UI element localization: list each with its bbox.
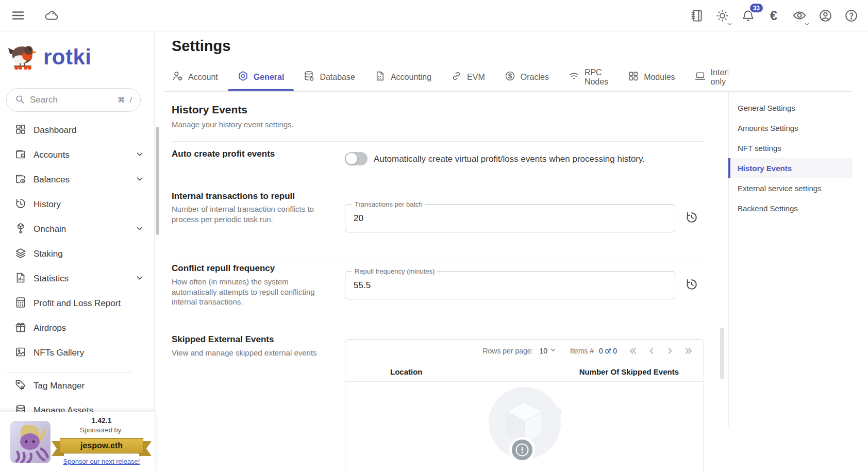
sidebar-item-label: Airdrops [34, 323, 66, 333]
sidebar-item-history[interactable]: History [0, 192, 155, 217]
sponsor-ribbon: jespow.eth [60, 438, 143, 453]
sync-cloud-button[interactable] [41, 6, 61, 25]
account-menu-button[interactable] [815, 6, 835, 25]
conflict-freq-label: Conflict repull frequency [172, 263, 275, 274]
rows-per-page-select[interactable]: 10 [538, 344, 558, 357]
notification-count-badge: 33 [749, 3, 764, 13]
sidebar-nav: Dashboard Accounts Balances History Onch… [0, 118, 155, 365]
transactions-per-batch-field: Transactions per batch [345, 204, 675, 232]
sidebar-item-tag-manager[interactable]: Tag Manager [0, 374, 155, 398]
sidebar-item-label: Balances [34, 175, 70, 185]
chevron-down-icon [135, 224, 144, 235]
brand-name: rotki [43, 45, 92, 70]
sponsor-name: jespow.eth [80, 441, 123, 450]
search-input[interactable] [30, 95, 112, 105]
main-content: Settings Account General Database Accoun… [155, 31, 728, 472]
sidebar-item-label: NFTs Gallery [34, 348, 84, 358]
wallet-coin-icon [14, 173, 27, 187]
first-page-button[interactable] [626, 344, 640, 358]
settings-nav-amounts[interactable]: Amounts Settings [729, 118, 853, 138]
notifications-button[interactable]: 33 [738, 6, 758, 25]
tab-label: Database [320, 73, 355, 82]
sidebar-item-label: Dashboard [34, 125, 76, 136]
skipped-events-desc: View and manage skipped external events [172, 348, 326, 358]
tab-label: EVM [467, 73, 485, 82]
sponsor-link[interactable]: Sponsor our next release! [54, 458, 149, 465]
sidebar-item-pnl-report[interactable]: Profit and Loss Report [0, 291, 155, 316]
settings-tabs: Account General Database Accounting EVM … [162, 63, 728, 91]
section-title: History Events [172, 104, 247, 116]
tag-icon [14, 379, 27, 393]
privacy-mode-button[interactable] [790, 6, 809, 25]
sidebar-item-statistics[interactable]: Statistics [0, 266, 155, 291]
reset-transactions-per-batch-button[interactable] [684, 210, 699, 226]
repull-frequency-input[interactable] [345, 272, 675, 299]
sidebar-item-label: Statistics [34, 274, 69, 284]
sidebar-scrollbar-thumb[interactable] [156, 127, 159, 235]
last-page-button[interactable] [682, 344, 695, 358]
previous-page-button[interactable] [645, 344, 658, 358]
tab-label: Interface-only [711, 68, 728, 87]
theme-button[interactable] [712, 6, 732, 25]
chevron-down-icon [135, 174, 144, 186]
internal-tx-label: Internal transactions to repull [172, 191, 295, 201]
wallet-icon [14, 148, 27, 162]
chevron-down-icon [135, 273, 144, 284]
tab-oracles[interactable]: Oracles [495, 63, 559, 91]
empty-box-icon [482, 382, 567, 472]
sidebar-item-nfts-gallery[interactable]: NFTs Gallery [0, 341, 155, 365]
transactions-per-batch-input[interactable] [345, 205, 675, 232]
tab-rpc-nodes[interactable]: RPC Nodes [559, 63, 618, 91]
document-icon [375, 71, 386, 83]
repull-frequency-field: Repull frequency (minutes) [345, 271, 675, 299]
tab-evm[interactable]: EVM [441, 63, 495, 91]
top-bar: 33 € [0, 0, 868, 31]
column-header-location[interactable]: Location [390, 367, 423, 376]
settings-nav-backend[interactable]: Backend Settings [729, 198, 853, 218]
settings-nav-external-services[interactable]: External service settings [729, 178, 853, 198]
tab-modules[interactable]: Modules [618, 63, 685, 91]
tab-general[interactable]: General [228, 63, 294, 91]
sidebar-item-label: Profit and Loss Report [34, 298, 121, 309]
search-input-container[interactable]: ⌘/ [6, 88, 141, 112]
divider [172, 258, 704, 258]
reset-repull-frequency-button[interactable] [684, 277, 699, 293]
settings-nav-general[interactable]: General Settings [729, 98, 853, 118]
history-clock-icon [14, 197, 27, 212]
settings-nav-history-events[interactable]: History Events [729, 158, 853, 178]
divider [172, 141, 704, 142]
user-circle-icon [819, 9, 832, 23]
tab-accounting[interactable]: Accounting [365, 63, 441, 91]
tab-interface-only[interactable]: Interface-only [685, 63, 728, 91]
settings-section-nav: General Settings Amounts Settings NFT se… [728, 92, 853, 426]
notes-button[interactable] [687, 6, 706, 25]
sidebar-item-onchain[interactable]: Onchain [0, 217, 155, 242]
sidebar-item-airdrops[interactable]: Airdrops [0, 316, 155, 341]
gear-icon [238, 71, 248, 83]
main-scrollbar-thumb[interactable] [720, 328, 724, 379]
modules-grid-icon [628, 71, 639, 83]
sponsor-image[interactable] [10, 421, 51, 463]
sidebar-item-accounts[interactable]: Accounts [0, 143, 155, 167]
skipped-events-table-card: Rows per page: 10 Items # 0 of 0 Locatio… [345, 339, 704, 472]
euro-currency-icon: € [770, 8, 777, 23]
next-page-button[interactable] [663, 344, 677, 358]
page-title: Settings [172, 38, 230, 55]
help-button[interactable] [841, 6, 861, 25]
tab-database[interactable]: Database [294, 63, 365, 91]
sidebar-item-staking[interactable]: Staking [0, 242, 155, 266]
auto-create-hint: Automatically create virtual profit/loss… [374, 154, 645, 164]
app-version: 1.42.1 [54, 416, 149, 425]
column-header-skipped-count[interactable]: Number Of Skipped Events [579, 367, 679, 376]
chevron-down-icon [549, 346, 557, 355]
table-empty-state: No skipped events found [345, 382, 704, 472]
sidebar-item-dashboard[interactable]: Dashboard [0, 118, 155, 143]
dashboard-icon [14, 123, 27, 138]
hamburger-menu-button[interactable] [8, 6, 28, 25]
auto-create-toggle[interactable] [345, 152, 368, 165]
conflict-freq-desc: How often (in minutes) the system automa… [172, 277, 319, 307]
sidebar-item-balances[interactable]: Balances [0, 167, 155, 192]
currency-button[interactable]: € [764, 6, 783, 25]
settings-nav-nft[interactable]: NFT settings [729, 138, 853, 158]
tab-account[interactable]: Account [162, 63, 228, 91]
